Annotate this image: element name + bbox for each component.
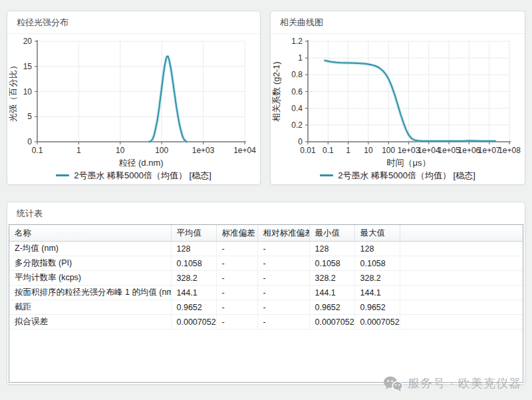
table-cell: 截距 xyxy=(9,300,171,315)
table-cell: 128 xyxy=(309,242,354,256)
table-cell-filler xyxy=(400,256,523,271)
statistics-table: 名称平均值标准偏差相对标准偏差最小值最大值 Z-均值 (nm)128--1281… xyxy=(9,225,523,329)
table-cell: 0.0007052 xyxy=(309,315,354,329)
table-cell: 0.9652 xyxy=(309,300,354,315)
table-cell: - xyxy=(216,242,257,256)
x-tick-label: 0.1 xyxy=(32,146,43,155)
y-tick-label: 0 xyxy=(27,137,32,146)
y-tick-label: 0 xyxy=(298,137,303,146)
table-row: 按面积排序的粒径光强分布峰 1 的均值 (nm)144.1--144.1144.… xyxy=(9,286,523,300)
y-tick-label: 15 xyxy=(23,62,33,71)
y-tick-label: 0.2 xyxy=(291,120,303,130)
table-cell: 328.2 xyxy=(354,271,400,286)
intensity-panel-title: 粒径光强分布 xyxy=(7,11,260,34)
table-cell-filler xyxy=(400,300,523,315)
table-cell: 多分散指数 (PI) xyxy=(9,256,171,271)
table-header-filler xyxy=(400,225,523,242)
y-tick-label: 20 xyxy=(23,37,33,46)
table-cell: - xyxy=(257,271,309,286)
table-row: 平均计数率 (kcps)328.2--328.2328.2 xyxy=(9,271,523,286)
table-header-cell: 平均值 xyxy=(171,225,216,242)
x-tick-label: 100 xyxy=(155,146,168,155)
table-header-cell: 最小值 xyxy=(309,225,354,242)
table-cell-filler xyxy=(400,271,523,286)
y-tick-label: 1 xyxy=(298,53,303,63)
y-tick-label: 0.8 xyxy=(291,70,303,79)
table-cell: Z-均值 (nm) xyxy=(9,242,171,256)
table-row: 截距0.9652--0.96520.9652 xyxy=(9,300,523,315)
x-tick-label: 1e+03 xyxy=(398,146,420,155)
x-tick-label: 1 xyxy=(346,146,350,155)
intensity-distribution-panel: 粒径光强分布 0.11101001e+031e+0405101520粒径 (d.… xyxy=(7,11,261,185)
table-cell: 0.9652 xyxy=(354,300,400,315)
table-cell: - xyxy=(216,300,257,315)
table-cell: - xyxy=(216,271,257,286)
y-tick-label: 5 xyxy=(27,112,32,121)
x-tick-label: 1e+03 xyxy=(192,146,215,155)
y-axis-label: 相关系数 (g2-1) xyxy=(271,61,281,122)
x-tick-label: 1e+08 xyxy=(498,146,521,155)
table-row: 拟合误差0.0007052--0.00070520.0007052 xyxy=(9,315,523,329)
wechat-icon xyxy=(383,375,403,392)
correlation-curve-chart: 0.010.11101001e+031e+041e+051e+061e+071e… xyxy=(271,35,525,168)
table-cell: 按面积排序的粒径光强分布峰 1 的均值 (nm) xyxy=(9,286,171,300)
table-header-cell: 标准偏差 xyxy=(216,225,257,242)
correlation-curve-panel: 相关曲线图 0.010.11101001e+031e+041e+051e+061… xyxy=(270,11,525,185)
table-cell: 平均计数率 (kcps) xyxy=(9,271,171,286)
x-tick-label: 10 xyxy=(364,146,373,155)
table-header-row: 名称平均值标准偏差相对标准偏差最小值最大值 xyxy=(9,225,523,242)
table-cell: - xyxy=(216,315,257,329)
y-tick-label: 0.4 xyxy=(291,104,303,113)
x-tick-label: 1e+04 xyxy=(233,146,256,155)
table-cell: - xyxy=(257,315,309,329)
table-cell: 0.1058 xyxy=(354,256,400,271)
table-cell-filler xyxy=(400,286,523,300)
table-cell: 144.1 xyxy=(354,286,400,300)
table-cell: 拟合误差 xyxy=(9,315,171,329)
table-cell: 0.1058 xyxy=(309,256,354,271)
x-tick-label: 100 xyxy=(382,146,395,155)
correlation-chart-legend: 2号墨水 稀释5000倍（均值） [稳态] xyxy=(271,168,525,183)
watermark: 服务号 · 欧美克仪器 xyxy=(383,373,521,393)
legend-label: 2号墨水 稀释5000倍（均值） [稳态] xyxy=(74,170,211,182)
table-header-cell: 最大值 xyxy=(354,225,400,242)
table-cell: - xyxy=(257,242,309,256)
x-axis-label: 时间（μs） xyxy=(387,158,431,168)
y-tick-label: 1.2 xyxy=(291,37,303,46)
legend-line-swatch xyxy=(56,174,69,176)
x-tick-label: 1e+06 xyxy=(458,146,481,155)
table-cell: 0.9652 xyxy=(171,300,216,315)
watermark-text: 服务号 · 欧美克仪器 xyxy=(408,375,521,391)
table-cell-filler xyxy=(400,315,523,329)
table-cell: - xyxy=(216,256,257,271)
table-cell: 144.1 xyxy=(171,286,216,300)
table-cell: 128 xyxy=(354,242,400,256)
table-header-cell: 名称 xyxy=(9,225,171,242)
x-tick-label: 0.01 xyxy=(300,146,316,155)
table-row: Z-均值 (nm)128--128128 xyxy=(9,242,523,256)
y-axis-label: 光强（百分比） xyxy=(8,61,18,122)
table-cell: 328.2 xyxy=(309,271,354,286)
x-axis-label: 粒径 (d.nm) xyxy=(118,158,163,168)
legend-label: 2号墨水 稀释5000倍（均值） [稳态] xyxy=(338,170,475,182)
correlation-panel-title: 相关曲线图 xyxy=(271,11,525,34)
statistics-panel-title: 统计表 xyxy=(7,202,525,225)
table-cell: 0.0007052 xyxy=(354,315,400,329)
x-tick-label: 1e+04 xyxy=(418,146,440,155)
x-tick-label: 10 xyxy=(116,146,125,155)
series-halo xyxy=(325,61,495,141)
legend-line-swatch xyxy=(320,174,333,176)
x-tick-label: 1e+05 xyxy=(438,146,460,155)
table-header-cell: 相对标准偏差 xyxy=(257,225,309,242)
table-cell: 144.1 xyxy=(309,286,354,300)
table-cell: 328.2 xyxy=(171,271,216,286)
table-cell: 0.0007052 xyxy=(171,315,216,329)
table-cell: - xyxy=(216,286,257,300)
x-tick-label: 1 xyxy=(76,146,81,155)
statistics-table-container: 名称平均值标准偏差相对标准偏差最小值最大值 Z-均值 (nm)128--1281… xyxy=(9,224,523,383)
intensity-distribution-chart: 0.11101001e+031e+0405101520粒径 (d.nm)光强（百… xyxy=(7,35,260,168)
y-tick-label: 0.6 xyxy=(291,87,303,97)
table-cell-filler xyxy=(400,242,523,256)
y-tick-label: 10 xyxy=(23,87,33,97)
series-line xyxy=(325,61,495,141)
